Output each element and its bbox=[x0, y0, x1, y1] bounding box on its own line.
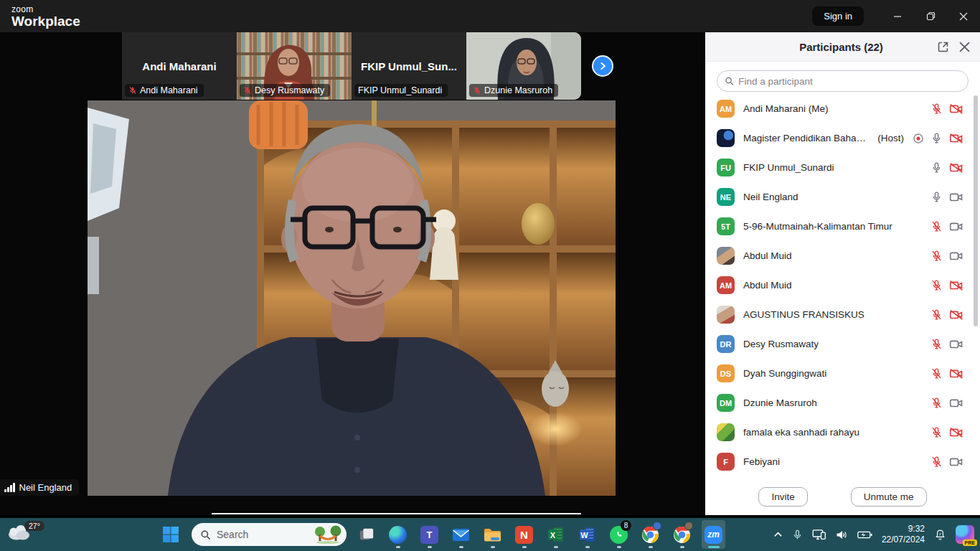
speaker-name-text: Neil England bbox=[19, 482, 72, 493]
participants-header: Participants (22) bbox=[705, 32, 980, 62]
avatar-initials: NE bbox=[720, 193, 731, 202]
minimize-icon bbox=[893, 12, 902, 21]
participant-row[interactable]: AM Abdul Muid bbox=[705, 270, 972, 300]
participant-row[interactable]: NE Neil England bbox=[705, 182, 972, 212]
avatar: AM bbox=[717, 100, 735, 118]
participant-row[interactable]: Abdul Muid bbox=[705, 241, 972, 270]
zoom-app[interactable]: zm bbox=[702, 520, 725, 549]
participant-row[interactable]: AM Andi Maharani (Me) bbox=[705, 94, 972, 123]
taskbar-search[interactable]: Search bbox=[192, 523, 347, 546]
participant-row[interactable]: 5T 5-96-Mutmainah-Kalimantan Timur bbox=[705, 212, 972, 241]
avatar bbox=[717, 306, 735, 324]
chrome-profile-badge bbox=[684, 522, 693, 530]
search-input[interactable] bbox=[738, 76, 961, 87]
chrome-profile1-app[interactable] bbox=[639, 520, 662, 549]
find-participant-search[interactable] bbox=[717, 70, 969, 92]
avatar: FU bbox=[717, 159, 735, 176]
svg-text:X: X bbox=[550, 531, 555, 540]
participant-row[interactable]: Magister Pendidikan Bahasa In... (Host) bbox=[705, 123, 972, 153]
tray-chevron-up[interactable] bbox=[773, 530, 783, 540]
mail-app[interactable] bbox=[449, 520, 473, 549]
tray-clock[interactable]: 9:32 22/07/2024 bbox=[882, 524, 925, 545]
video-tile-desy-rusmawaty[interactable]: Desy Rusmawaty bbox=[237, 32, 352, 100]
mic-status-icon bbox=[930, 426, 943, 438]
pop-out-icon[interactable] bbox=[937, 41, 949, 53]
participant-row[interactable]: DS Dyah Sunggingwati bbox=[705, 359, 972, 388]
copilot-icon[interactable]: PRE bbox=[956, 525, 974, 544]
speaker-icon bbox=[836, 529, 848, 540]
participant-row[interactable]: FU FKIP Unmul_Sunardi bbox=[705, 153, 972, 182]
chevron-right-icon bbox=[598, 61, 608, 71]
active-speaker-video[interactable] bbox=[88, 100, 616, 496]
avatar-initials: AM bbox=[720, 105, 732, 113]
video-tile-dzunie-masruroh[interactable]: Dzunie Masruroh bbox=[466, 32, 581, 100]
tray-battery[interactable] bbox=[857, 530, 872, 540]
mic-status-icon bbox=[930, 161, 943, 174]
task-view-button[interactable] bbox=[354, 520, 378, 549]
avatar-initials: AM bbox=[720, 281, 732, 290]
tile-name-label: Desy Rusmawaty bbox=[240, 84, 330, 97]
avatar-initials: 5T bbox=[721, 222, 730, 231]
panel-scrollbar[interactable] bbox=[974, 95, 978, 326]
participant-name: Neil England bbox=[743, 192, 798, 202]
audio-level-icon bbox=[4, 483, 15, 492]
avatar: NE bbox=[717, 188, 735, 206]
video-status-icon bbox=[949, 367, 963, 380]
participant-name: Magister Pendidikan Bahasa In... bbox=[743, 133, 867, 143]
sign-in-button[interactable]: Sign in bbox=[812, 6, 864, 26]
search-highlight-image bbox=[314, 525, 342, 544]
minimize-button[interactable] bbox=[881, 0, 914, 32]
window-title-bar: zoom Workplace Sign in bbox=[0, 0, 980, 32]
tray-time: 9:32 bbox=[882, 524, 925, 534]
participant-name: Febiyani bbox=[743, 456, 780, 467]
host-label: (Host) bbox=[877, 133, 904, 143]
file-explorer-app[interactable] bbox=[481, 520, 504, 549]
restore-button[interactable] bbox=[914, 0, 947, 32]
participant-row[interactable]: DR Desy Rusmawaty bbox=[705, 329, 972, 359]
nitro-pdf-icon: N bbox=[515, 526, 533, 544]
tile-name-label: Dzunie Masruroh bbox=[469, 84, 558, 97]
video-tile-fkip-unmul-sunardi[interactable]: FKIP Unmul_Sun... FKIP Unmul_Sunardi bbox=[352, 32, 466, 100]
battery-charging-icon bbox=[857, 530, 872, 540]
muted-mic-icon bbox=[243, 86, 252, 95]
next-videos-button[interactable] bbox=[592, 55, 613, 77]
excel-app[interactable]: X bbox=[544, 520, 567, 549]
video-status-icon bbox=[949, 132, 963, 144]
participant-row[interactable]: famala eka sanhadi rahayu bbox=[705, 418, 972, 447]
avatar bbox=[717, 423, 735, 441]
close-panel-icon[interactable] bbox=[959, 42, 970, 52]
tray-notifications[interactable]: z bbox=[934, 529, 946, 541]
avatar-initials: DR bbox=[720, 340, 732, 349]
participant-name: AGUSTINUS FRANSISKUS bbox=[743, 309, 864, 320]
start-button[interactable] bbox=[158, 520, 184, 549]
participant-row[interactable]: DM Dzunie Masruroh bbox=[705, 388, 972, 418]
whatsapp-app[interactable]: 8 bbox=[607, 520, 631, 549]
video-status-icon bbox=[949, 191, 963, 203]
chrome-profile2-app[interactable] bbox=[670, 520, 694, 549]
teams-app[interactable]: T bbox=[418, 520, 441, 549]
tray-cast-display[interactable] bbox=[812, 529, 826, 541]
chrome-profile-badge bbox=[653, 522, 661, 530]
participant-row[interactable]: AGUSTINUS FRANSISKUS bbox=[705, 300, 972, 329]
nitro-pdf-app[interactable]: N bbox=[512, 520, 536, 549]
participant-name: Andi Maharani (Me) bbox=[743, 103, 829, 114]
mic-status-icon bbox=[930, 338, 943, 350]
video-tile-andi-maharani[interactable]: Andi Maharani Andi Maharani bbox=[122, 32, 237, 100]
task-view-icon bbox=[359, 527, 374, 542]
edge-app[interactable] bbox=[386, 520, 410, 549]
tray-volume[interactable] bbox=[836, 529, 848, 540]
avatar-initials: FU bbox=[720, 164, 731, 172]
participant-row[interactable]: F Febiyani bbox=[705, 447, 972, 476]
weather-widget[interactable]: 27° bbox=[7, 522, 47, 548]
close-button[interactable] bbox=[947, 0, 980, 32]
tray-microphone[interactable] bbox=[792, 529, 803, 540]
invite-button[interactable]: Invite bbox=[758, 487, 807, 507]
notification-bell-icon: z bbox=[934, 529, 946, 541]
participants-panel: Participants (22) AM Andi Maharani (Me) bbox=[705, 32, 980, 515]
unmute-me-button[interactable]: Unmute me bbox=[851, 487, 927, 507]
muted-mic-icon bbox=[128, 86, 137, 95]
video-status-icon bbox=[949, 103, 963, 115]
windows-taskbar: 27° Search bbox=[0, 518, 980, 551]
meeting-video-area: Andi Maharani Andi Maharani bbox=[0, 32, 705, 515]
word-app[interactable]: W bbox=[575, 520, 599, 549]
